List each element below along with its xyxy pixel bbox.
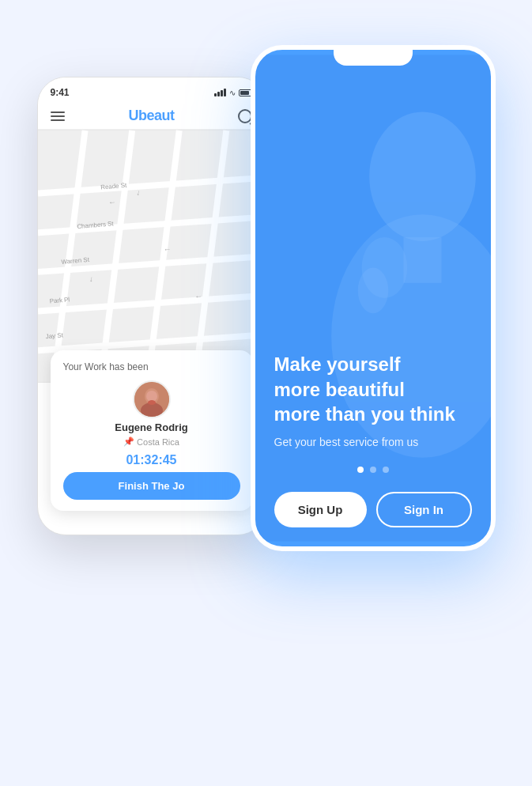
wifi-icon: ∿ [229, 89, 236, 97]
svg-text:←: ← [133, 188, 143, 198]
svg-text:←: ← [108, 198, 116, 207]
subheadline-text: Get your best service from us [274, 434, 472, 451]
cta-buttons: Sign Up Sign In [274, 492, 472, 527]
status-icons: ∿ [214, 89, 253, 97]
finish-job-button[interactable]: Finish The Jo [63, 472, 240, 500]
svg-point-26 [146, 391, 157, 402]
svg-text:←: ← [194, 292, 202, 301]
avatar [133, 380, 171, 418]
signin-button[interactable]: Sign In [376, 492, 472, 527]
svg-text:←: ← [163, 244, 172, 254]
phones-container: 9:41 ∿ Ubeaut [37, 45, 496, 741]
menu-icon[interactable] [51, 111, 65, 121]
svg-point-27 [148, 400, 156, 405]
front-notch [334, 50, 413, 66]
text-area: Make yourself more beautiful more than y… [274, 352, 472, 451]
user-name: Eugene Rodrig [115, 421, 187, 433]
app-logo: Ubeaut [128, 108, 174, 124]
pagination-dots [274, 467, 472, 473]
work-card: Your Work has been Eugene Rodrig 📌 Cost [51, 350, 253, 511]
location-pin-icon: 📌 [123, 436, 134, 447]
dot-1 [357, 467, 364, 473]
front-phone: Make yourself more beautiful more than y… [251, 45, 496, 551]
status-time: 9:41 [51, 87, 70, 98]
timer-display: 01:32:45 [63, 453, 240, 467]
card-title: Your Work has been [63, 361, 240, 372]
user-location: 📌 Costa Rica [123, 436, 179, 447]
app-header: Ubeaut [38, 103, 266, 130]
dot-2 [370, 467, 376, 473]
status-bar: 9:41 ∿ [38, 77, 266, 103]
user-profile: Eugene Rodrig 📌 Costa Rica [63, 380, 240, 447]
back-phone: 9:41 ∿ Ubeaut [37, 77, 266, 535]
headline-text: Make yourself more beautiful more than y… [274, 352, 472, 426]
signal-icon [214, 89, 226, 96]
front-content: Make yourself more beautiful more than y… [255, 50, 491, 546]
signup-button[interactable]: Sign Up [274, 492, 367, 527]
svg-text:←: ← [85, 274, 96, 284]
map-area: Reade St Chambers St Warren St Park Pl J… [38, 130, 266, 383]
dot-3 [383, 467, 389, 473]
